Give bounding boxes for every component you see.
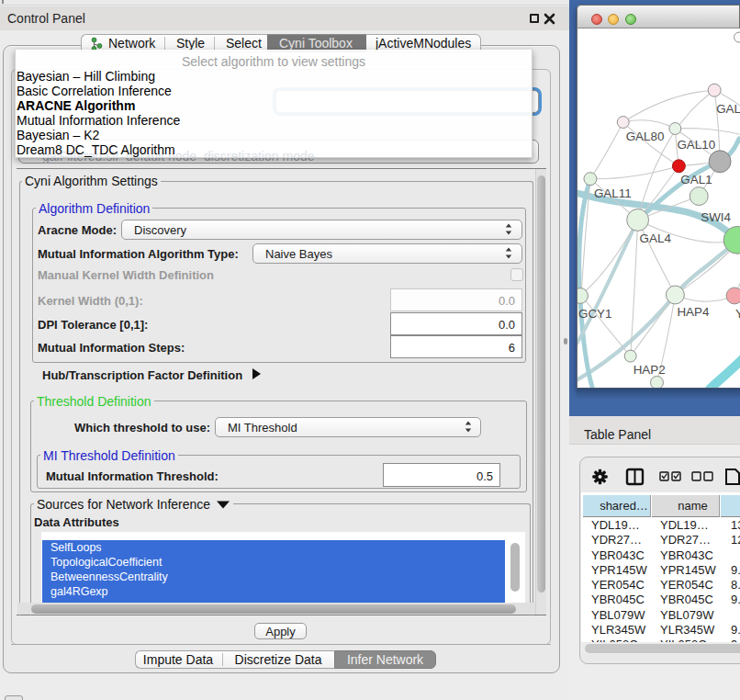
svg-text:GAL1: GAL1 bbox=[680, 173, 712, 186]
svg-text:HAP2: HAP2 bbox=[633, 363, 666, 377]
svg-text:HAP4: HAP4 bbox=[677, 305, 710, 319]
svg-text:GAL10: GAL10 bbox=[677, 138, 715, 152]
svg-text:GAL80: GAL80 bbox=[626, 130, 665, 143]
svg-text:GAL11: GAL11 bbox=[594, 186, 632, 200]
svg-text:Y: Y bbox=[735, 307, 740, 321]
svg-text:GCY1: GCY1 bbox=[578, 307, 612, 321]
svg-text:GAL: GAL bbox=[716, 102, 740, 116]
svg-text:GAL4: GAL4 bbox=[640, 231, 672, 245]
svg-text:SWI4: SWI4 bbox=[701, 210, 731, 224]
